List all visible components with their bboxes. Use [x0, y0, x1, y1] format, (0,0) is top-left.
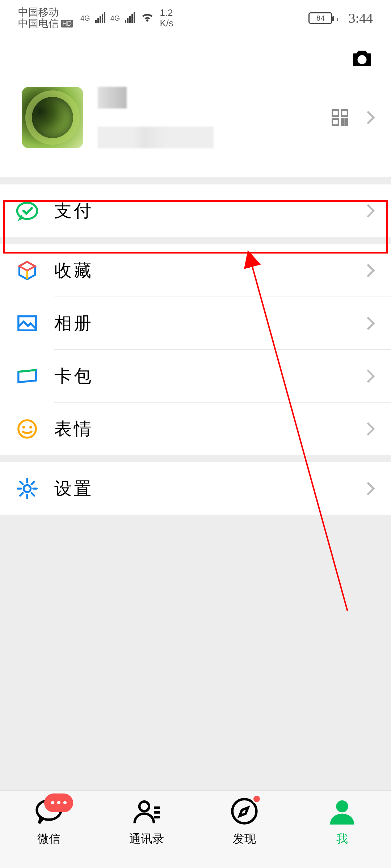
me-page: 中国移动 中国电信 HD 4G 4G 1.2 K/s 84 ៲ 3:44	[0, 0, 391, 868]
svg-rect-4	[341, 119, 344, 121]
profile-name	[98, 87, 127, 109]
group-settings: 设置	[0, 462, 391, 515]
svg-rect-3	[332, 119, 339, 125]
menu-album-label: 相册	[54, 312, 363, 335]
menu-album[interactable]: 相册	[0, 297, 391, 349]
battery-icon: 84	[308, 12, 332, 24]
chat-icon	[33, 796, 64, 827]
svg-rect-6	[341, 123, 344, 125]
tab-chat[interactable]: 微信	[0, 791, 98, 852]
svg-point-17	[232, 799, 257, 823]
carrier-2: 中国电信	[18, 18, 59, 29]
album-icon	[16, 312, 38, 334]
svg-point-11	[22, 426, 25, 428]
discover-icon	[229, 796, 260, 827]
svg-point-18	[336, 800, 348, 812]
carrier-1: 中国移动	[18, 7, 73, 18]
svg-point-16	[139, 801, 149, 811]
tab-discover-label: 发现	[233, 831, 256, 847]
svg-point-10	[18, 420, 36, 437]
svg-rect-7	[345, 123, 348, 125]
chevron-right-icon	[362, 422, 375, 435]
tab-me-label: 我	[336, 831, 348, 847]
menu-favorites[interactable]: 收藏	[0, 244, 391, 297]
svg-rect-2	[341, 110, 348, 116]
tab-contacts[interactable]: 通讯录	[98, 791, 196, 852]
cards-icon	[16, 365, 38, 387]
chevron-right-icon	[362, 482, 375, 495]
unread-badge	[44, 793, 73, 812]
settings-icon	[16, 478, 38, 499]
status-bar: 中国移动 中国电信 HD 4G 4G 1.2 K/s 84 ៲ 3:44	[0, 0, 391, 36]
favorites-icon	[16, 260, 38, 281]
tab-bar: 微信 通讯录 发现 我	[0, 790, 391, 868]
svg-rect-5	[345, 119, 348, 121]
avatar[interactable]	[22, 87, 83, 148]
chevron-right-icon	[362, 204, 375, 217]
header	[0, 36, 391, 80]
signal-cluster: 4G 4G	[80, 11, 155, 25]
net-2: 4G	[110, 14, 120, 22]
qrcode-icon[interactable]	[331, 109, 349, 127]
group-pay: 支付	[0, 184, 391, 237]
notification-dot	[252, 794, 261, 804]
wifi-icon	[140, 11, 155, 25]
menu-stickers-label: 表情	[54, 417, 363, 441]
carrier-labels: 中国移动 中国电信 HD	[18, 7, 73, 29]
signal-bars-2	[125, 13, 135, 23]
svg-point-0	[360, 57, 365, 63]
stickers-icon	[16, 418, 38, 440]
tab-contacts-label: 通讯录	[129, 831, 164, 847]
chevron-right-icon	[362, 111, 375, 124]
menu-cards[interactable]: 卡包	[0, 350, 391, 402]
battery-cluster: 84 ៲ 3:44	[308, 10, 373, 26]
group-features: 收藏 相册 卡包 表情	[0, 244, 391, 455]
pay-icon	[16, 200, 38, 222]
svg-point-12	[29, 426, 32, 428]
menu-cards-label: 卡包	[54, 365, 363, 388]
chevron-right-icon	[362, 316, 375, 330]
profile-card[interactable]	[0, 80, 391, 177]
menu-settings[interactable]: 设置	[0, 462, 391, 515]
menu-settings-label: 设置	[54, 477, 363, 500]
chevron-right-icon	[362, 264, 375, 277]
menu-pay-label: 支付	[54, 199, 363, 222]
net-speed: 1.2 K/s	[160, 8, 173, 28]
contacts-icon	[131, 796, 162, 827]
signal-bars-1	[95, 13, 105, 23]
svg-point-13	[24, 485, 30, 492]
menu-favorites-label: 收藏	[54, 259, 363, 282]
profile-info	[98, 87, 331, 148]
profile-wxid	[98, 127, 214, 148]
menu-stickers[interactable]: 表情	[0, 403, 391, 455]
chevron-right-icon	[362, 369, 375, 383]
me-icon	[327, 796, 358, 827]
net-1: 4G	[80, 14, 90, 22]
clock: 3:44	[348, 10, 373, 26]
menu-pay[interactable]: 支付	[0, 184, 391, 237]
tab-discover[interactable]: 发现	[196, 791, 293, 852]
camera-icon[interactable]	[351, 49, 373, 67]
tab-chat-label: 微信	[37, 831, 60, 847]
hd-badge: HD	[61, 20, 73, 28]
tab-me[interactable]: 我	[293, 791, 391, 852]
svg-rect-1	[332, 110, 339, 116]
